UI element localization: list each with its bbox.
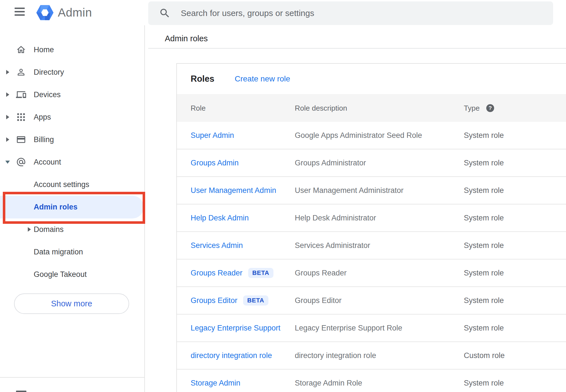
role-type: Custom role bbox=[464, 351, 505, 360]
roles-table-body: Super Admin Google Apps Administrator Se… bbox=[177, 122, 566, 392]
roles-table-header: Role Role description Type ? bbox=[177, 94, 566, 122]
sidebar-item-label: Domains bbox=[34, 225, 64, 234]
credit-card-icon bbox=[16, 135, 26, 145]
role-description: User Management Administrator bbox=[295, 186, 403, 195]
sidebar-item-home[interactable]: Home bbox=[0, 38, 144, 61]
sidebar-item-label: Admin roles bbox=[34, 203, 77, 211]
sidebar-item-data-migration[interactable]: Data migration bbox=[0, 241, 144, 263]
table-row: Legacy Enterprise Support Legacy Enterpr… bbox=[177, 314, 566, 342]
hamburger-menu-icon[interactable] bbox=[15, 8, 25, 17]
apps-grid-icon bbox=[16, 112, 26, 122]
role-type: System role bbox=[464, 379, 504, 388]
chevron-right-icon[interactable] bbox=[6, 137, 9, 142]
roles-card-header: Roles Create new role bbox=[177, 64, 566, 94]
role-link[interactable]: Legacy Enterprise Support bbox=[191, 324, 280, 332]
role-description: Groups Editor bbox=[295, 296, 342, 305]
table-row: User Management Admin User Management Ad… bbox=[177, 177, 566, 204]
logo-wordmark: Admin bbox=[58, 6, 92, 19]
role-link[interactable]: Groups Editor bbox=[191, 296, 238, 305]
table-row: directory integration role directory int… bbox=[177, 342, 566, 370]
role-type: System role bbox=[464, 241, 504, 250]
sidebar-item-label: Google Takeout bbox=[34, 270, 87, 279]
person-icon bbox=[16, 67, 26, 77]
home-icon bbox=[16, 45, 26, 55]
table-row: Groups Editor BETA Groups Editor System … bbox=[177, 287, 566, 314]
devices-icon bbox=[16, 90, 26, 100]
sidebar-item-billing[interactable]: Billing bbox=[0, 128, 144, 151]
role-link[interactable]: Help Desk Admin bbox=[191, 214, 249, 222]
search-input[interactable] bbox=[171, 1, 553, 25]
sidebar-item-label: Account bbox=[34, 158, 61, 167]
role-description: Groups Reader bbox=[295, 269, 347, 277]
column-header-type: Type bbox=[464, 104, 480, 112]
role-type: System role bbox=[464, 324, 504, 332]
sidebar-item-apps[interactable]: Apps bbox=[0, 106, 144, 128]
sidebar-item-label: Billing bbox=[34, 135, 54, 144]
card-title: Roles bbox=[191, 74, 214, 84]
beta-badge: BETA bbox=[243, 295, 268, 306]
role-type: System role bbox=[464, 214, 504, 222]
role-description: Groups Administrator bbox=[295, 159, 366, 167]
role-description: directory integration role bbox=[295, 351, 376, 360]
sidebar-item-label: Directory bbox=[34, 68, 64, 77]
sidebar-item-devices[interactable]: Devices bbox=[0, 83, 144, 106]
breadcrumb: Admin roles bbox=[165, 34, 208, 43]
sidebar-item-label: Account settings bbox=[34, 180, 89, 189]
sidebar-item-account[interactable]: Account bbox=[0, 151, 144, 173]
admin-logo: Admin bbox=[36, 4, 92, 21]
create-new-role-link[interactable]: Create new role bbox=[235, 74, 290, 83]
sidebar-item-domains[interactable]: Domains bbox=[0, 218, 144, 241]
sidebar-item-label: Data migration bbox=[34, 248, 83, 256]
role-link[interactable]: User Management Admin bbox=[191, 186, 276, 195]
role-link[interactable]: Groups Reader bbox=[191, 269, 243, 277]
role-link[interactable]: Services Admin bbox=[191, 241, 243, 250]
table-row: Storage Admin Storage Admin Role System … bbox=[177, 370, 566, 392]
sidebar-item-google-takeout[interactable]: Google Takeout bbox=[0, 263, 144, 286]
role-type: System role bbox=[464, 296, 504, 305]
beta-badge: BETA bbox=[248, 268, 273, 278]
table-row: Groups Admin Groups Administrator System… bbox=[177, 149, 566, 177]
sidebar-item-label: Home bbox=[34, 45, 54, 54]
role-description: Google Apps Administrator Seed Role bbox=[295, 131, 422, 140]
sidebar-divider bbox=[144, 25, 145, 392]
role-type: System role bbox=[464, 269, 504, 277]
help-icon[interactable]: ? bbox=[486, 104, 494, 112]
role-description: Help Desk Administrator bbox=[295, 214, 376, 222]
admin-hexagon-icon bbox=[36, 5, 54, 20]
sidebar-item-admin-roles[interactable]: Admin roles bbox=[0, 196, 144, 218]
search-icon bbox=[159, 7, 171, 19]
sidebar-item-label: Apps bbox=[34, 113, 51, 122]
role-type: System role bbox=[464, 159, 504, 167]
role-type: System role bbox=[464, 186, 504, 195]
role-link[interactable]: Super Admin bbox=[191, 131, 234, 140]
role-link[interactable]: Storage Admin bbox=[191, 379, 240, 388]
chevron-down-icon[interactable] bbox=[5, 161, 10, 164]
role-description: Services Administrator bbox=[295, 241, 370, 250]
at-sign-icon bbox=[16, 157, 26, 167]
role-description: Legacy Enterprise Support Role bbox=[295, 324, 402, 332]
table-row: Groups Reader BETA Groups Reader System … bbox=[177, 259, 566, 287]
admin-console-page: Admin Admin roles Home Directory Devices bbox=[0, 0, 566, 392]
search-bar[interactable] bbox=[148, 1, 553, 25]
header-divider bbox=[148, 48, 566, 49]
sidebar-item-account-settings[interactable]: Account settings bbox=[0, 173, 144, 196]
partial-cutoff-icon bbox=[16, 391, 26, 392]
chevron-right-icon[interactable] bbox=[6, 115, 9, 119]
table-row: Services Admin Services Administrator Sy… bbox=[177, 232, 566, 259]
role-link[interactable]: directory integration role bbox=[191, 351, 272, 360]
role-type: System role bbox=[464, 131, 504, 140]
sidebar-item-directory[interactable]: Directory bbox=[0, 61, 144, 83]
chevron-right-icon[interactable] bbox=[6, 70, 9, 74]
table-row: Super Admin Google Apps Administrator Se… bbox=[177, 122, 566, 149]
show-more-button[interactable]: Show more bbox=[14, 293, 129, 314]
sidebar-bottom-divider bbox=[0, 377, 144, 378]
sidebar-item-label: Devices bbox=[34, 90, 61, 99]
role-link[interactable]: Groups Admin bbox=[191, 159, 239, 167]
chevron-right-icon[interactable] bbox=[6, 92, 9, 97]
chevron-right-icon[interactable] bbox=[28, 227, 31, 232]
table-row: Help Desk Admin Help Desk Administrator … bbox=[177, 204, 566, 232]
role-description: Storage Admin Role bbox=[295, 379, 362, 388]
column-header-role: Role bbox=[191, 104, 206, 112]
roles-card: Roles Create new role Role Role descript… bbox=[176, 63, 566, 392]
column-header-role-description: Role description bbox=[295, 104, 347, 112]
